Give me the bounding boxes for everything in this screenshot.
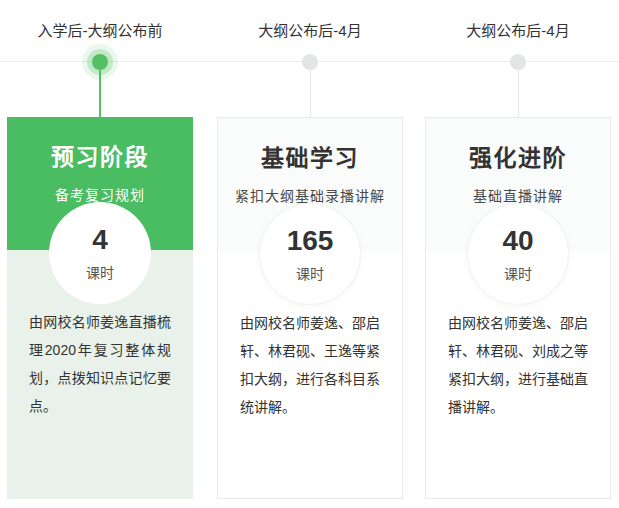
card-title: 强化进阶 [426,118,610,173]
timeline-label: 大纲公布后-4月 [425,21,611,41]
timeline-connector [518,70,519,117]
timeline-dot-icon [302,54,318,70]
card-title: 预习阶段 [7,117,193,172]
timeline-label: 入学后-大纲公布前 [7,21,193,41]
card-subtitle: 备考复习规划 [7,184,193,204]
course-plan-timeline: 入学后-大纲公布前 大纲公布后-4月 大纲公布后-4月 预习阶段 备考复习规划 … [0,0,619,508]
card-preview-stage: 预习阶段 备考复习规划 4 课时 由网校名师姜逸直播梳理2020年复习整体规划，… [7,117,193,499]
timeline-connector [310,70,311,117]
timeline-dot-icon [510,54,526,70]
hours-unit: 课时 [296,263,324,283]
card-description: 由网校名师姜逸直播梳理2020年复习整体规划，点拨知识点记忆要点。 [29,308,171,420]
hours-count: 40 [502,226,533,256]
card-basic-learning: 基础学习 紧扣大纲基础录播讲解 165 课时 由网校名师姜逸、邵启轩、林君砚、王… [217,117,403,499]
timeline-label: 大纲公布后-4月 [217,21,403,41]
timeline-dot-active-icon [92,54,108,70]
card-subtitle: 基础直播讲解 [426,185,610,205]
hours-badge: 4 课时 [49,202,151,304]
card-description: 由网校名师姜逸、邵启轩、林君砚、王逸等紧扣大纲，进行各科目系统讲解。 [240,309,380,421]
hours-count: 4 [92,225,108,255]
hours-unit: 课时 [86,262,114,282]
timeline-node-basic: 大纲公布后-4月 [217,0,403,117]
hours-count: 165 [287,226,334,256]
hours-badge: 40 课时 [467,203,569,305]
card-subtitle: 紧扣大纲基础录播讲解 [218,185,402,205]
timeline-node-preview: 入学后-大纲公布前 [7,0,193,117]
hours-unit: 课时 [504,263,532,283]
card-advanced-stage: 强化进阶 基础直播讲解 40 课时 由网校名师姜逸、邵启轩、林君砚、刘成之等紧扣… [425,117,611,499]
timeline-node-advanced: 大纲公布后-4月 [425,0,611,117]
card-description: 由网校名师姜逸、邵启轩、林君砚、刘成之等紧扣大纲，进行基础直播讲解。 [448,309,588,421]
card-title: 基础学习 [218,118,402,173]
hours-badge: 165 课时 [259,203,361,305]
timeline-connector [99,70,101,117]
